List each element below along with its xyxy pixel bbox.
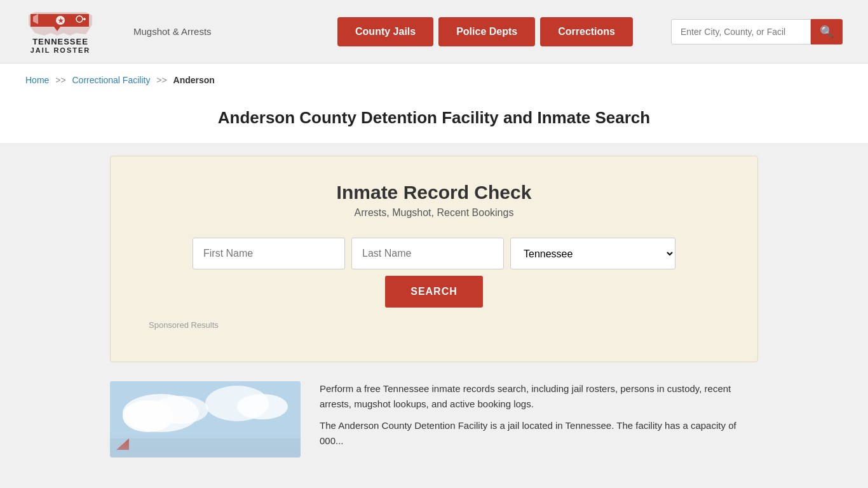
search-icon: 🔍 [820, 25, 834, 38]
corrections-button[interactable]: Corrections [540, 17, 633, 46]
sponsored-results-label: Sponsored Results [149, 308, 719, 330]
breadcrumb-current: Anderson [173, 75, 215, 85]
header-search-area: 🔍 [671, 19, 843, 44]
first-name-input[interactable] [193, 238, 345, 269]
mugshot-arrests-link[interactable]: Mugshot & Arrests [133, 26, 212, 37]
inmate-record-box: Inmate Record Check Arrests, Mugshot, Re… [110, 156, 758, 362]
bottom-section: Perform a free Tennessee inmate records … [110, 381, 758, 458]
nav-buttons: County Jails Police Depts Corrections [337, 17, 633, 46]
svg-point-10 [237, 394, 288, 419]
svg-rect-11 [110, 438, 301, 458]
inmate-record-subtitle: Arrests, Mugshot, Recent Bookings [149, 207, 719, 219]
inmate-record-title: Inmate Record Check [149, 182, 719, 203]
state-select[interactable]: TennesseeAlabamaAlaskaArizonaArkansasCal… [510, 238, 675, 269]
header-search-button[interactable]: 🔍 [811, 19, 843, 44]
last-name-input[interactable] [351, 238, 504, 269]
header: ★ TENNESSEE JAIL ROSTER Mugshot & Arrest… [0, 0, 868, 64]
bottom-image [110, 381, 301, 458]
main-content: Inmate Record Check Arrests, Mugshot, Re… [85, 143, 783, 470]
page-title-area: Anderson County Detention Facility and I… [0, 97, 868, 143]
breadcrumb-separator-1: >> [55, 75, 65, 85]
svg-point-8 [151, 396, 208, 424]
inmate-search-form: TennesseeAlabamaAlaskaArizonaArkansasCal… [149, 238, 719, 308]
logo-main-text: TENNESSEE [31, 37, 91, 46]
svg-text:★: ★ [58, 17, 64, 24]
logo-sub-text: JAIL ROSTER [31, 46, 91, 54]
bottom-text-2: The Anderson County Detention Facility i… [320, 418, 758, 449]
breadcrumb-separator-2: >> [156, 75, 166, 85]
svg-marker-12 [116, 438, 129, 450]
bottom-text-area: Perform a free Tennessee inmate records … [320, 381, 758, 455]
header-search-input[interactable] [671, 19, 811, 44]
breadcrumb: Home >> Correctional Facility >> Anderso… [0, 64, 868, 97]
county-jails-button[interactable]: County Jails [337, 17, 433, 46]
breadcrumb-home[interactable]: Home [25, 75, 49, 85]
search-submit-button[interactable]: SEARCH [385, 276, 483, 308]
sky-image [110, 381, 301, 458]
logo-area[interactable]: ★ TENNESSEE JAIL ROSTER [25, 9, 95, 54]
bottom-text-1: Perform a free Tennessee inmate records … [320, 381, 758, 412]
police-depts-button[interactable]: Police Depts [438, 17, 535, 46]
page-title: Anderson County Detention Facility and I… [25, 108, 843, 128]
site-logo[interactable]: ★ TENNESSEE JAIL ROSTER [25, 9, 95, 54]
breadcrumb-correctional-facility[interactable]: Correctional Facility [72, 75, 151, 85]
state-shape-icon: ★ [25, 9, 95, 37]
